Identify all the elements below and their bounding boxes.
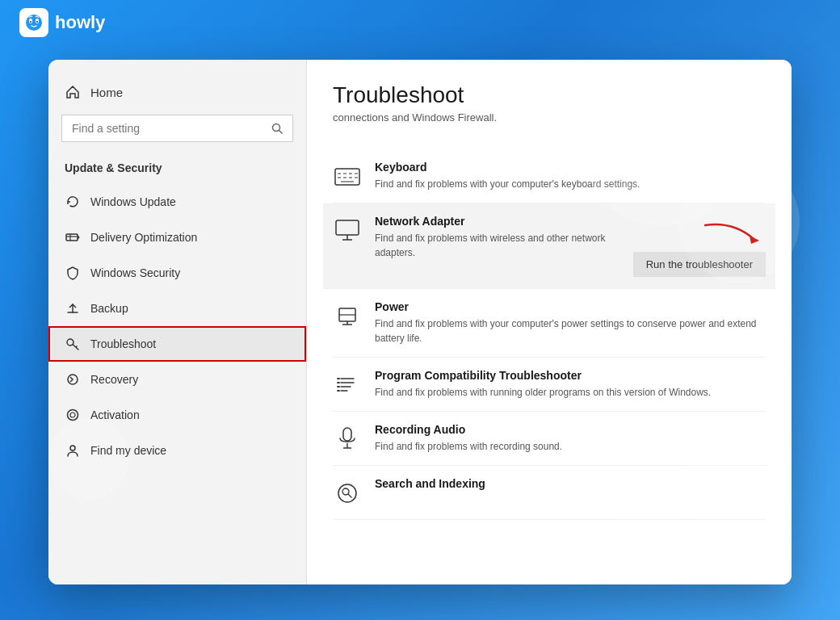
svg-rect-47 — [343, 428, 351, 441]
power-description: Find and fix problems with your computer… — [375, 316, 766, 346]
svg-point-3 — [30, 21, 32, 23]
home-icon — [65, 84, 81, 100]
brand-name: howly — [55, 12, 105, 33]
update-icon — [65, 194, 81, 210]
sidebar-item-delivery-optimization[interactable]: Delivery Optimization — [48, 220, 306, 255]
search-input[interactable] — [72, 122, 265, 135]
windows-security-label: Windows Security — [90, 266, 180, 279]
delivery-optimization-label: Delivery Optimization — [90, 231, 197, 244]
activation-label: Activation — [90, 408, 140, 421]
list-icon — [333, 371, 362, 400]
svg-point-18 — [68, 410, 78, 421]
svg-line-16 — [76, 346, 78, 348]
keyboard-icon — [333, 162, 362, 191]
sidebar-item-windows-security[interactable]: Windows Security — [48, 255, 306, 291]
sidebar-item-backup[interactable]: Backup — [48, 291, 306, 326]
troubleshoot-item-power: Power Find and fix problems with your co… — [333, 289, 766, 358]
program-compat-description: Find and fix problems with running older… — [375, 385, 766, 400]
recovery-label: Recovery — [90, 373, 138, 386]
svg-point-4 — [36, 21, 38, 23]
backup-icon — [65, 300, 81, 316]
svg-line-6 — [279, 131, 283, 134]
microphone-icon — [333, 425, 362, 454]
recovery-icon — [65, 371, 81, 388]
search-box[interactable] — [61, 115, 293, 142]
svg-point-50 — [338, 484, 356, 502]
activation-icon — [65, 407, 81, 423]
delivery-icon — [65, 229, 81, 245]
recording-audio-title: Recording Audio — [375, 423, 766, 436]
sidebar-item-activation[interactable]: Activation — [48, 397, 306, 433]
backup-label: Backup — [90, 302, 128, 315]
home-nav-item[interactable]: Home — [48, 76, 306, 108]
key-icon — [65, 336, 81, 352]
home-label: Home — [90, 86, 123, 99]
person-icon — [65, 442, 81, 459]
program-compat-content: Program Compatibility Troubleshooter Fin… — [375, 369, 766, 400]
shield-icon — [65, 265, 81, 281]
logo: howly — [19, 8, 105, 37]
section-title: Update & Security — [48, 155, 306, 184]
sidebar-item-find-my-device[interactable]: Find my device — [48, 433, 306, 468]
svg-point-20 — [70, 446, 75, 450]
svg-rect-21 — [335, 169, 359, 185]
search-icon — [271, 123, 283, 134]
power-icon — [333, 302, 362, 331]
svg-rect-7 — [66, 234, 78, 241]
power-item-content: Power Find and fix problems with your co… — [375, 300, 766, 346]
network-adapter-content: Network Adapter Find and fix problems wi… — [375, 215, 620, 260]
sidebar-item-troubleshoot[interactable]: Troubleshoot — [48, 326, 306, 362]
logo-icon — [19, 8, 48, 37]
svg-line-52 — [348, 494, 351, 497]
power-title: Power — [375, 300, 766, 313]
network-adapter-title: Network Adapter — [375, 215, 620, 228]
svg-point-19 — [70, 413, 75, 417]
search-circle-icon — [333, 479, 362, 508]
troubleshoot-item-program-compatibility: Program Compatibility Troubleshooter Fin… — [333, 358, 766, 412]
troubleshoot-label: Troubleshoot — [90, 337, 156, 350]
sidebar-item-windows-update[interactable]: Windows Update — [48, 184, 306, 220]
find-my-device-label: Find my device — [90, 444, 166, 457]
top-bar: howly — [0, 0, 840, 45]
windows-update-label: Windows Update — [90, 195, 176, 208]
sidebar: Home Update & Security Windows Update — [48, 60, 307, 584]
svg-point-0 — [26, 15, 42, 31]
program-compat-title: Program Compatibility Troubleshooter — [375, 369, 766, 382]
sidebar-item-recovery[interactable]: Recovery — [48, 362, 306, 397]
network-adapter-description: Find and fix problems with wireless and … — [375, 231, 620, 260]
svg-rect-31 — [336, 220, 359, 235]
monitor-icon — [333, 216, 362, 245]
svg-line-15 — [74, 345, 79, 350]
